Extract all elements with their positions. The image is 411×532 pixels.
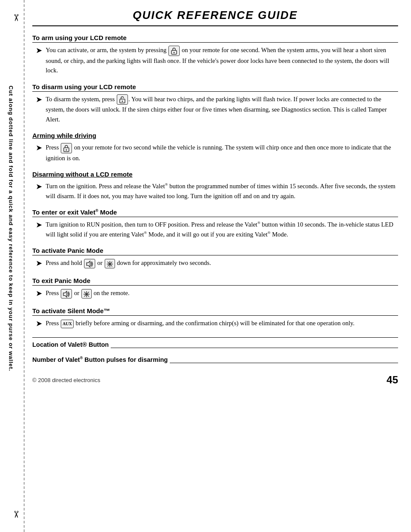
valet-pulses-label: Number of Valet® Button pulses for disar…	[32, 356, 168, 363]
bullet-panic-activate-text: Press and hold or	[46, 258, 398, 268]
bullet-arrow-icon: ➤	[36, 258, 42, 269]
bullet-arrow-icon: ➤	[36, 45, 42, 56]
svg-point-17	[86, 293, 87, 295]
bullet-disarming-no-lcd-text: Turn on the ignition. Press and release …	[46, 181, 398, 201]
svg-marker-6	[87, 261, 90, 267]
section-panic-activate-title: To activate Panic Mode	[32, 247, 398, 255]
section-arming-driving-title: Arming while driving	[32, 132, 398, 140]
bullet-valet-mode: ➤ Turn ignition to RUN position, then tu…	[32, 220, 398, 239]
bullet-arming-driving-text: Press on your remote for two second whil…	[46, 143, 398, 163]
svg-point-5	[66, 149, 67, 150]
section-silent-mode-title: To activate Silent Mode™	[32, 307, 398, 316]
page-title: QUICK REFERENCE GUIDE	[32, 9, 398, 26]
section-valet-mode: To enter or exit Valet® Mode ➤ Turn igni…	[32, 208, 398, 239]
svg-point-1	[174, 52, 175, 53]
section-disarming-no-lcd: Disarming without a LCD remote ➤ Turn on…	[32, 171, 398, 201]
bullet-arm-lcd-text: You can activate, or arm, the system by …	[46, 45, 398, 75]
snowflake-icon-exit	[81, 289, 92, 298]
bullet-arrow-icon: ➤	[36, 288, 42, 299]
bullet-panic-exit-text: Press or	[46, 288, 398, 298]
section-arming-driving: Arming while driving ➤ Press on your rem…	[32, 132, 398, 163]
valet-button-underline	[111, 348, 398, 348]
footer-section: Location of Valet® Button Number of Vale…	[32, 337, 398, 363]
bullet-arming-driving: ➤ Press on your remote for two second wh…	[32, 143, 398, 163]
bullet-disarming-no-lcd: ➤ Turn on the ignition. Press and releas…	[32, 181, 398, 201]
scissors-bottom-icon: ✂	[10, 510, 22, 518]
bullet-silent-mode: ➤ Press AUX briefly before arming or dis…	[32, 318, 398, 330]
bullet-panic-exit: ➤ Press or	[32, 288, 398, 299]
section-valet-mode-title: To enter or exit Valet® Mode	[32, 208, 398, 217]
svg-marker-12	[63, 291, 67, 297]
mute-icon: AUX	[61, 320, 74, 328]
speaker-icon-exit	[61, 289, 72, 298]
section-arm-lcd: To arm using your LCD remote ➤ You can a…	[32, 34, 398, 75]
page-footer: © 2008 directed electronics 45	[32, 372, 398, 386]
unlock-icon	[117, 94, 128, 105]
svg-point-3	[122, 101, 123, 102]
cut-dotted-line	[24, 0, 25, 532]
snowflake-icon	[105, 259, 115, 268]
bullet-arrow-icon: ➤	[36, 219, 42, 231]
bullet-arrow-icon: ➤	[36, 181, 42, 193]
bullet-arrow-icon: ➤	[36, 142, 42, 154]
valet-button-label: Location of Valet® Button	[32, 341, 109, 348]
side-text-label: Cut along dotted line and fold for a qui…	[8, 34, 14, 422]
bullet-arrow-icon: ➤	[36, 318, 42, 330]
section-panic-exit: To exit Panic Mode ➤ Press or	[32, 277, 398, 299]
bullet-disarm-lcd-text: To disarm the system, press . You will h…	[46, 94, 398, 124]
section-disarm-lcd-title: To disarm using your LCD remote	[32, 83, 398, 92]
section-silent-mode: To activate Silent Mode™ ➤ Press AUX bri…	[32, 307, 398, 330]
speaker-icon	[84, 259, 95, 268]
section-arm-lcd-title: To arm using your LCD remote	[32, 34, 398, 43]
bullet-disarm-lcd: ➤ To disarm the system, press . You will…	[32, 94, 398, 124]
valet-button-location: Location of Valet® Button	[32, 341, 398, 348]
scissors-top-icon: ✂	[10, 14, 22, 22]
copyright-text: © 2008 directed electronics	[32, 377, 100, 383]
section-panic-exit-title: To exit Panic Mode	[32, 277, 398, 286]
section-disarming-no-lcd-title: Disarming without a LCD remote	[32, 171, 398, 179]
lock-icon-driving	[61, 143, 72, 153]
lock-icon	[168, 46, 180, 56]
svg-point-11	[109, 263, 110, 264]
bullet-valet-mode-text: Turn ignition to RUN position, then turn…	[46, 220, 398, 239]
valet-pulses: Number of Valet® Button pulses for disar…	[32, 356, 398, 363]
bullet-silent-mode-text: Press AUX briefly before arming or disar…	[46, 318, 398, 328]
page-number: 45	[386, 374, 398, 386]
bullet-panic-activate: ➤ Press and hold or	[32, 258, 398, 269]
section-panic-activate: To activate Panic Mode ➤ Press and hold …	[32, 247, 398, 269]
valet-pulses-underline	[170, 363, 398, 363]
section-disarm-lcd: To disarm using your LCD remote ➤ To dis…	[32, 83, 398, 124]
bullet-arrow-icon: ➤	[36, 94, 42, 106]
bullet-arm-lcd: ➤ You can activate, or arm, the system b…	[32, 45, 398, 75]
